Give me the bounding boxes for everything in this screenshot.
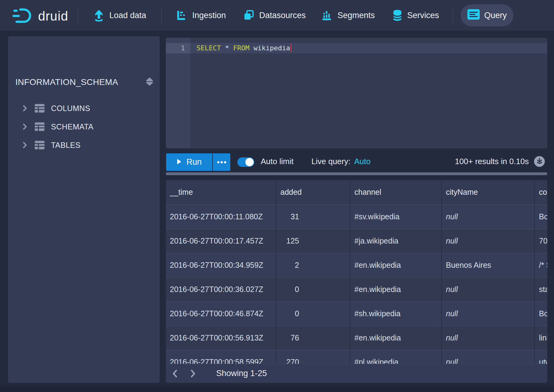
- sql-editor[interactable]: 1 SELECT * FROM wikipedia: [166, 38, 547, 148]
- table-cell[interactable]: 31: [276, 205, 350, 229]
- chevron-right-icon[interactable]: [23, 123, 28, 130]
- toggle-knob: [245, 158, 254, 166]
- table-cell[interactable]: 70:: [535, 229, 547, 253]
- download-results-button[interactable]: [534, 156, 545, 167]
- run-button[interactable]: Run: [166, 153, 212, 171]
- nav-divider: [453, 6, 453, 24]
- table-cell[interactable]: /* S: [535, 253, 547, 277]
- table-cell[interactable]: null: [442, 277, 535, 302]
- nav-item-label: Query: [484, 11, 507, 20]
- table-cell[interactable]: 76: [276, 326, 350, 350]
- database-icon: [392, 9, 402, 21]
- table-cell[interactable]: #en.wikipedia: [350, 277, 442, 302]
- table-cell[interactable]: 2016-06-27T00:00:34.959Z: [166, 253, 276, 277]
- pagination-bar: Showing 1-25: [166, 364, 547, 383]
- table-cell[interactable]: #sv.wikipedia: [350, 205, 442, 229]
- sort-double-caret-icon[interactable]: [146, 77, 154, 87]
- nav-divider: [78, 6, 78, 24]
- schema-sidebar: INFORMATION_SCHEMA: [8, 36, 160, 383]
- table-cell[interactable]: null: [442, 302, 535, 326]
- table-row: 2016-06-27T00:00:36.027Z0#en.wikipedianu…: [166, 277, 547, 302]
- editor-gutter: [166, 38, 190, 148]
- chevron-right-icon[interactable]: [23, 142, 28, 148]
- sql-keyword: FROM: [233, 44, 249, 52]
- table-cell[interactable]: 125: [276, 229, 350, 253]
- nav-item-services[interactable]: Services: [392, 0, 439, 31]
- table-cell[interactable]: #ja.wikipedia: [350, 229, 442, 253]
- live-query-value[interactable]: Auto: [354, 157, 371, 166]
- column-header-__time[interactable]: __time: [166, 180, 276, 205]
- run-more-button[interactable]: [213, 153, 230, 171]
- table-cell[interactable]: Bot: [535, 302, 547, 326]
- sql-table-name: wikipedia: [249, 44, 290, 52]
- table-cell[interactable]: #en.wikipedia: [350, 253, 442, 277]
- sql-keyword: SELECT: [197, 44, 221, 52]
- line-number: 1: [166, 43, 185, 53]
- nav-item-ingestion[interactable]: Ingestion: [176, 0, 226, 31]
- table-cell[interactable]: 2016-06-27T00:00:46.874Z: [166, 302, 276, 326]
- nav-item-segments[interactable]: Segments: [322, 0, 375, 31]
- upload-arrow-icon: [93, 9, 104, 21]
- table-cell[interactable]: 2016-06-27T00:00:36.027Z: [166, 277, 276, 302]
- table-cell[interactable]: null: [442, 326, 535, 350]
- column-header-added[interactable]: added: [276, 180, 350, 205]
- tree-item-tables[interactable]: TABLES: [8, 136, 160, 154]
- auto-limit-toggle[interactable]: [237, 157, 254, 167]
- top-nav: druid Load data Ingestion: [0, 0, 554, 31]
- column-header-comment[interactable]: comment: [535, 180, 547, 205]
- nav-item-query-active[interactable]: Query: [461, 4, 513, 26]
- tree-item-label: SCHEMATA: [51, 122, 93, 131]
- table-cell[interactable]: 0: [276, 277, 350, 302]
- table-grid-icon: [34, 140, 45, 150]
- table-cell[interactable]: #sh.wikipedia: [350, 302, 442, 326]
- table-cell[interactable]: Bot: [535, 205, 547, 229]
- bar-chart-icon: [322, 10, 333, 21]
- schema-selector[interactable]: INFORMATION_SCHEMA: [15, 77, 154, 87]
- live-query-label: Live query:: [311, 157, 350, 166]
- previous-page-button[interactable]: [168, 364, 181, 383]
- table-cell[interactable]: null: [442, 205, 535, 229]
- table-row: 2016-06-27T00:00:11.080Z31#sv.wikipedian…: [166, 205, 547, 229]
- column-header-cityName[interactable]: cityName: [442, 180, 535, 205]
- nav-item-label: Segments: [337, 11, 375, 20]
- table-cell[interactable]: 2: [276, 253, 350, 277]
- table-cell[interactable]: 2016-06-27T00:00:56.913Z: [166, 326, 276, 350]
- editor-active-line: 1 SELECT * FROM wikipedia: [166, 43, 547, 53]
- tree-item-label: TABLES: [51, 141, 80, 150]
- run-label: Run: [186, 157, 202, 167]
- tree-item-schemata[interactable]: SCHEMATA: [8, 117, 160, 136]
- next-page-button[interactable]: [187, 364, 200, 383]
- editor-results-splitter[interactable]: [166, 172, 547, 175]
- sql-code-line[interactable]: SELECT * FROM wikipedia: [197, 43, 291, 53]
- showing-range-label: Showing 1-25: [216, 369, 267, 378]
- table-cell[interactable]: null: [442, 229, 535, 253]
- nav-item-label: Services: [407, 11, 439, 20]
- table-cell[interactable]: 2016-06-27T00:00:17.457Z: [166, 229, 276, 253]
- query-console-icon: [467, 9, 480, 22]
- table-cell[interactable]: link: [535, 326, 547, 350]
- table-cell[interactable]: 0: [276, 302, 350, 326]
- table-grid-icon: [34, 122, 45, 131]
- table-row: 2016-06-27T00:00:56.913Z76#en.wikipedian…: [166, 326, 547, 350]
- results-header-row: __timeaddedchannelcityNamecomment: [166, 180, 547, 205]
- results-table: __timeaddedchannelcityNamecomment 2016-0…: [166, 180, 547, 375]
- ingestion-chart-icon: [176, 10, 187, 21]
- column-header-channel[interactable]: channel: [350, 180, 442, 205]
- table-cell[interactable]: #en.wikipedia: [350, 326, 442, 350]
- table-grid-icon: [34, 104, 45, 113]
- table-row: 2016-06-27T00:00:34.959Z2#en.wikipediaBu…: [166, 253, 547, 277]
- table-cell[interactable]: 2016-06-27T00:00:11.080Z: [166, 205, 276, 229]
- nav-item-label: Load data: [109, 11, 146, 20]
- tree-item-columns[interactable]: COLUMNS: [8, 99, 160, 117]
- druid-brand[interactable]: druid: [12, 7, 68, 26]
- nav-item-load-data[interactable]: Load data: [93, 0, 146, 31]
- auto-limit-label: Auto limit: [261, 152, 294, 171]
- table-cell[interactable]: Buenos Aires: [442, 253, 535, 277]
- table-cell[interactable]: sta: [535, 277, 547, 302]
- play-icon: [177, 157, 181, 167]
- druid-logo-icon: [12, 7, 33, 26]
- nav-item-label: Datasources: [259, 11, 306, 20]
- chevron-right-icon[interactable]: [23, 105, 28, 112]
- more-ellipsis-icon: [217, 160, 226, 164]
- nav-item-datasources[interactable]: Datasources: [243, 0, 306, 31]
